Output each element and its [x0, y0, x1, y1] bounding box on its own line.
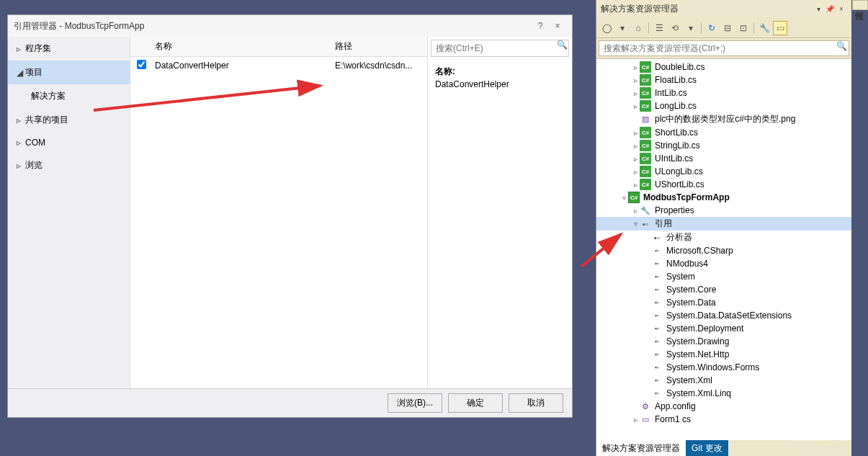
tree-label: System [665, 272, 695, 282]
pending-icon[interactable]: ▾ [684, 21, 698, 35]
properties-icon[interactable]: 🔧 [757, 21, 771, 35]
tree-node[interactable]: ▪▫Microsoft.CSharp [596, 244, 851, 257]
explorer-tree[interactable]: ▹C#DoubleLib.cs▹C#FloatLib.cs▹C#IntLib.c… [596, 59, 851, 440]
sync-icon[interactable]: ⟲ [668, 21, 682, 35]
nav-assemblies-label: 程序集 [25, 43, 51, 55]
tree-node[interactable]: ▹C#ShortLib.cs [596, 126, 851, 139]
tree-caret-icon[interactable]: ▹ [631, 76, 640, 84]
tree-node[interactable]: ▨plc中的数据类型对应c#中的类型.png [596, 112, 851, 126]
home-icon[interactable]: ⌂ [631, 21, 645, 35]
tree-caret-icon[interactable]: ▹ [631, 129, 640, 137]
dropdown-icon[interactable]: ▾ [813, 5, 824, 13]
tree-label: UIntLib.cs [653, 153, 693, 164]
mid-panel: 名称 路径 DataConvertHelper E:\work\csdn\csd… [130, 37, 572, 388]
search-icon[interactable]: 🔍 [557, 40, 568, 50]
tree-node[interactable]: ▹C#DoubleLib.cs [596, 61, 851, 73]
col-name[interactable]: 名称 [152, 40, 332, 53]
nav-com[interactable]: ▹COM [8, 132, 130, 153]
cancel-button[interactable]: 取消 [509, 393, 563, 413]
tree-node[interactable]: ▹C#FloatLib.cs [596, 73, 851, 86]
tree-caret-icon[interactable]: ▹ [631, 63, 640, 71]
nav-browse[interactable]: ▹浏览 [8, 153, 130, 177]
detail-panel: 🔍 名称: DataConvertHelper [428, 37, 572, 388]
search-box: 🔍 [428, 37, 572, 60]
tree-caret-icon[interactable]: ▹ [631, 181, 640, 189]
tree-label: LongLib.cs [653, 101, 697, 111]
list-row[interactable]: DataConvertHelper E:\work\csdn\csdn... [130, 57, 427, 74]
tree-node[interactable]: ▪▫System.Drawing [596, 335, 851, 348]
tree-node[interactable]: ▪▫System.Core [596, 283, 851, 296]
tree-node[interactable]: ▿C#ModbusTcpFormApp [596, 191, 851, 204]
tree-node[interactable]: ▹C#LongLib.cs [596, 99, 851, 112]
tree-caret-icon[interactable]: ▹ [631, 89, 640, 97]
nav-shared[interactable]: ▹共享的项目 [8, 108, 130, 132]
search-icon[interactable]: 🔍 [836, 41, 847, 51]
detail-value: DataConvertHelper [428, 79, 572, 89]
tab-solution-explorer[interactable]: 解决方案资源管理器 [596, 440, 686, 457]
filter-icon[interactable]: ☰ [652, 21, 666, 35]
close-icon[interactable]: × [836, 5, 847, 13]
help-button[interactable]: ? [532, 21, 549, 31]
checkbox-input[interactable] [137, 60, 146, 69]
tree-node[interactable]: ▪▫NModbus4 [596, 257, 851, 270]
dialog-titlebar[interactable]: 引用管理器 - ModbusTcpFormApp ? × [8, 15, 572, 37]
tree-label: Form1 cs [653, 414, 691, 424]
tree-caret-icon[interactable]: ▹ [631, 416, 640, 424]
tree-caret-icon[interactable]: ▹ [631, 168, 640, 176]
nav-solution[interactable]: 解决方案 [8, 84, 130, 108]
tree-node[interactable]: ▪▫System.Data [596, 296, 851, 309]
ok-button[interactable]: 确定 [448, 393, 503, 413]
tree-node[interactable]: ▪▫System.Xml.Linq [596, 387, 851, 400]
tree-node[interactable]: ▹C#IntLib.cs [596, 86, 851, 99]
tree-node[interactable]: ▹▭Form1 cs [596, 413, 851, 426]
tree-node[interactable]: ▪▫System.Xml [596, 374, 851, 387]
col-path[interactable]: 路径 [332, 40, 427, 53]
row-checkbox[interactable] [130, 60, 152, 71]
tree-label: NModbus4 [665, 259, 708, 269]
tree-node[interactable]: ▹C#UIntLib.cs [596, 152, 851, 165]
tree-label: System.Core [665, 285, 716, 295]
tree-node[interactable]: ▪▫System.Net.Http [596, 348, 851, 361]
close-button[interactable]: × [549, 21, 566, 31]
tree-node[interactable]: ▹C#UShortLib.cs [596, 178, 851, 191]
tree-caret-icon[interactable]: ▹ [631, 155, 640, 163]
explorer-search-input[interactable] [599, 40, 849, 56]
tree-caret-icon[interactable]: ▿ [619, 194, 628, 202]
tree-node[interactable]: ▹C#StringLib.cs [596, 139, 851, 152]
explorer-titlebar[interactable]: 解决方案资源管理器 ▾ 📌 × [596, 0, 851, 18]
tree-caret-icon[interactable]: ▹ [631, 102, 640, 110]
search-input[interactable] [431, 40, 569, 57]
tree-caret-icon[interactable]: ▹ [631, 142, 640, 150]
nav-assemblies[interactable]: ▹程序集 [8, 37, 130, 61]
tree-node[interactable]: ▪▫分析器 [596, 231, 851, 244]
showall-icon[interactable]: ⊡ [736, 21, 751, 35]
tree-node[interactable]: ▪▫System.Deployment [596, 322, 851, 335]
tab-git-changes[interactable]: Git 更改 [686, 440, 728, 457]
preview-icon[interactable]: ▭ [773, 21, 787, 35]
tree-caret-icon[interactable]: ▹ [631, 207, 640, 215]
tree-node[interactable]: ▹C#ULongLib.cs [596, 165, 851, 178]
collapse-icon[interactable]: ⊟ [720, 21, 735, 35]
tree-node[interactable]: ▪▫System [596, 270, 851, 283]
refresh-icon[interactable]: ↻ [704, 21, 719, 35]
row-path: E:\work\csdn\csdn... [332, 61, 427, 71]
project-list: 名称 路径 DataConvertHelper E:\work\csdn\csd… [130, 37, 428, 388]
tree-node[interactable]: ▹🔧Properties [596, 204, 851, 217]
tree-caret-icon[interactable]: ▿ [631, 220, 640, 228]
tree-label: System.Xml.Linq [665, 388, 731, 398]
nav-solution-label: 解决方案 [31, 91, 66, 101]
back-icon[interactable]: ◯ [599, 21, 614, 35]
tree-label: FloatLib.cs [653, 75, 697, 85]
tree-node[interactable]: ⚙App.config [596, 400, 851, 413]
nav-projects[interactable]: ◢项目 [8, 61, 130, 84]
pin-icon[interactable]: 📌 [824, 5, 836, 13]
tree-label: System.Drawing [665, 336, 729, 347]
properties-tab[interactable]: 属性 [852, 0, 868, 10]
tree-label: System.Data.DataSetExtensions [665, 310, 792, 321]
browse-button[interactable]: 浏览(B)... [388, 393, 442, 413]
tree-node[interactable]: ▿▪▫引用 [596, 217, 851, 231]
fwd-icon[interactable]: ▾ [615, 21, 630, 35]
tree-node[interactable]: ▪▫System.Data.DataSetExtensions [596, 309, 851, 322]
tree-node[interactable]: ▪▫System.Windows.Forms [596, 361, 851, 374]
tree-label: UShortLib.cs [653, 179, 704, 189]
